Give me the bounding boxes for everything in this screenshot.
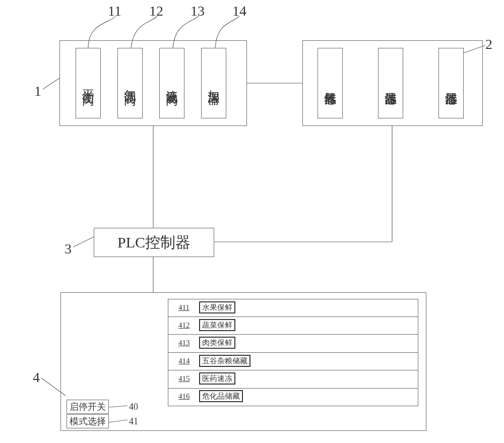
label-416: 416 [178,392,190,401]
label-11: 11 [108,3,121,19]
label-40: 40 [129,402,138,412]
mode-grain-storage-label: 五谷杂粮储藏 [202,356,247,366]
label-415: 415 [178,374,190,383]
sensor-temp: 温传感器 [378,48,403,118]
actuator-balance-valve: 平衡阀 [76,48,101,118]
mode-fruit-fresh[interactable]: 水果保鲜 [199,301,235,313]
start-stop-switch-label: 启停开关 [70,401,106,413]
sensor-oxygen: 氧传感器 [318,48,343,118]
mode-select-label: 模式选择 [70,415,106,427]
mode-medical-freeze[interactable]: 医药速冻 [199,372,235,385]
label-41: 41 [129,416,138,427]
label-13: 13 [191,3,205,19]
label-3: 3 [65,241,72,257]
actuator-ln2-valve-label: 液氮阀 [164,80,180,86]
mode-meat-fresh[interactable]: 肉类保鲜 [199,337,235,349]
label-14: 14 [232,3,246,19]
mode-fruit-fresh-label: 水果保鲜 [202,303,232,312]
label-413: 413 [178,339,190,347]
block-3-plc: PLC控制器 [94,228,214,257]
mode-medical-freeze-label: 医药速冻 [202,374,232,384]
mode-hazmat-storage[interactable]: 危化品储藏 [199,390,243,402]
mode-vegetable-fresh-label: 蔬菜保鲜 [202,321,232,330]
actuator-ln2-valve: 液氮阀 [159,48,184,118]
actuator-humidifier: 加湿器 [201,48,226,118]
actuator-gas-valve-label: 气调阀 [122,80,138,86]
mode-select[interactable]: 模式选择 [67,414,109,428]
label-412: 412 [178,321,190,330]
mode-vegetable-fresh[interactable]: 蔬菜保鲜 [199,319,235,331]
sensor-humidity: 湿传感器 [438,48,464,118]
label-414: 414 [178,357,190,365]
label-12: 12 [149,3,163,19]
label-411: 411 [178,303,190,312]
mode-hazmat-storage-label: 危化品储藏 [202,392,240,401]
start-stop-switch[interactable]: 启停开关 [67,400,109,414]
diagram-canvas: 11 12 13 14 1 平衡阀 气调阀 液氮阀 加湿器 2 氧传感器 温传感… [0,0,504,443]
mode-meat-fresh-label: 肉类保鲜 [202,338,232,348]
actuator-balance-valve-label: 平衡阀 [80,80,96,86]
plc-title: PLC控制器 [117,232,191,253]
label-2: 2 [485,36,492,52]
mode-grain-storage[interactable]: 五谷杂粮储藏 [199,355,250,367]
label-4: 4 [33,369,40,386]
actuator-humidifier-label: 加湿器 [206,80,222,86]
actuator-gas-valve: 气调阀 [117,48,143,118]
label-1: 1 [34,83,41,99]
